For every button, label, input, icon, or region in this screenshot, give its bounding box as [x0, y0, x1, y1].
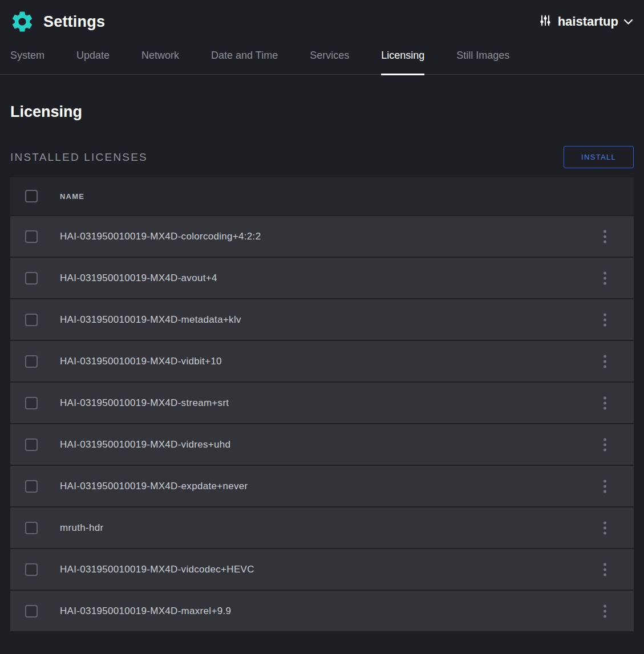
license-name: HAI-031950010019-MX4D-stream+srt — [60, 397, 229, 409]
license-name: HAI-031950010019-MX4D-avout+4 — [60, 273, 217, 284]
row-checkbox[interactable] — [25, 605, 38, 618]
tab-network[interactable]: Network — [141, 50, 179, 75]
table-row: HAI-031950010019-MX4D-stream+srt — [10, 381, 634, 423]
row-checkbox[interactable] — [25, 314, 38, 326]
row-checkbox[interactable] — [25, 355, 38, 368]
table-row: HAI-031950010019-MX4D-avout+4 — [10, 257, 634, 298]
table-row: HAI-031950010019-MX4D-expdate+never — [10, 465, 634, 506]
installed-licenses-title: INSTALLED LICENSES — [10, 151, 148, 164]
name-column-header: NAME — [60, 192, 84, 201]
row-checkbox[interactable] — [25, 230, 38, 243]
row-menu-kebab-icon[interactable] — [600, 559, 610, 579]
row-checkbox[interactable] — [25, 438, 38, 451]
row-menu-kebab-icon[interactable] — [600, 310, 610, 330]
table-row: mruth-hdr — [10, 506, 634, 548]
tab-system[interactable]: System — [10, 50, 44, 75]
row-menu-kebab-icon[interactable] — [600, 476, 610, 496]
row-menu-kebab-icon[interactable] — [600, 518, 610, 538]
settings-gear-icon — [9, 9, 35, 35]
chevron-down-icon — [624, 17, 633, 27]
tab-licensing[interactable]: Licensing — [381, 50, 424, 75]
select-all-checkbox[interactable] — [25, 190, 38, 202]
row-checkbox[interactable] — [25, 563, 38, 576]
license-name: HAI-031950010019-MX4D-colorcoding+4:2:2 — [60, 231, 261, 242]
row-menu-kebab-icon[interactable] — [600, 434, 610, 454]
license-name: HAI-031950010019-MX4D-vidbit+10 — [60, 356, 222, 367]
table-row: HAI-031950010019-MX4D-vidres+uhd — [10, 423, 634, 465]
installed-licenses-header: INSTALLED LICENSES INSTALL — [10, 146, 634, 168]
section-heading: Licensing — [10, 103, 634, 121]
table-row: HAI-031950010019-MX4D-colorcoding+4:2:2 — [10, 215, 634, 257]
row-checkbox[interactable] — [25, 522, 38, 534]
row-checkbox[interactable] — [25, 480, 38, 493]
table-row: HAI-031950010019-MX4D-maxrel+9.9 — [10, 590, 634, 631]
tab-date-and-time[interactable]: Date and Time — [211, 50, 278, 75]
app-header: Settings — [9, 9, 105, 35]
tab-services[interactable]: Services — [310, 50, 349, 75]
row-menu-kebab-icon[interactable] — [600, 226, 610, 246]
tab-update[interactable]: Update — [76, 50, 110, 75]
row-menu-kebab-icon[interactable] — [600, 351, 610, 371]
license-name: mruth-hdr — [60, 522, 103, 534]
sliders-icon — [538, 14, 552, 30]
page-title: Settings — [43, 13, 105, 31]
row-menu-kebab-icon[interactable] — [600, 601, 610, 621]
table-header-row: NAME — [10, 177, 634, 215]
top-bar: Settings haistartup — [0, 0, 644, 42]
license-name: HAI-031950010019-MX4D-metadata+klv — [60, 314, 241, 326]
licenses-table: NAME HAI-031950010019-MX4D-colorcoding+4… — [10, 177, 634, 631]
row-checkbox[interactable] — [25, 272, 38, 285]
license-name: HAI-031950010019-MX4D-expdate+never — [60, 481, 248, 492]
row-checkbox[interactable] — [25, 397, 38, 409]
table-row: HAI-031950010019-MX4D-vidcodec+HEVC — [10, 548, 634, 590]
license-name: HAI-031950010019-MX4D-vidres+uhd — [60, 439, 230, 450]
table-row: HAI-031950010019-MX4D-vidbit+10 — [10, 340, 634, 381]
account-name: haistartup — [558, 14, 618, 29]
row-menu-kebab-icon[interactable] — [600, 268, 610, 288]
settings-tab-bar: System Update Network Date and Time Serv… — [0, 42, 644, 75]
tab-still-images[interactable]: Still Images — [456, 50, 509, 75]
license-name: HAI-031950010019-MX4D-maxrel+9.9 — [60, 606, 231, 617]
license-name: HAI-031950010019-MX4D-vidcodec+HEVC — [60, 564, 254, 575]
table-row: HAI-031950010019-MX4D-metadata+klv — [10, 298, 634, 340]
install-button[interactable]: INSTALL — [564, 146, 634, 168]
account-menu[interactable]: haistartup — [538, 14, 633, 30]
row-menu-kebab-icon[interactable] — [600, 393, 610, 413]
